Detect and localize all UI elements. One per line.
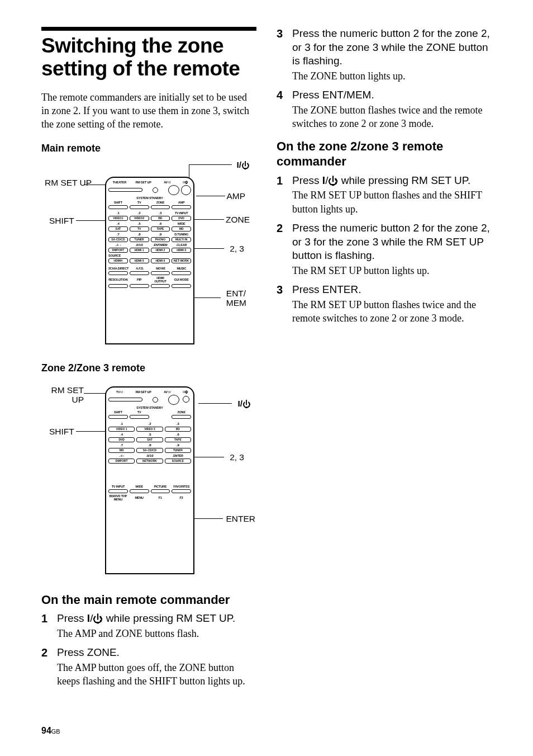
step-result: The RM SET UP button flashes and the SHI…	[292, 188, 492, 216]
intro-text: The remote commanders are initially set …	[41, 91, 256, 131]
step-instruction: Press I/ while pressing RM SET UP.	[292, 174, 492, 188]
main-remote-heading: Main remote	[41, 143, 256, 154]
label2-enter: ENTER	[226, 514, 255, 523]
step-result: The RM SET UP button flashes twice and t…	[292, 298, 492, 325]
label-shift: SHIFT	[49, 216, 74, 225]
label2-shift: SHIFT	[49, 427, 74, 436]
step-result: The AMP and ZONE buttons flash.	[57, 627, 256, 640]
main-cmd-steps-cont: 3 Press the numeric button 2 for the zon…	[277, 27, 492, 131]
page-region: GB	[51, 728, 60, 735]
step-result: The ZONE button flashes twice and the re…	[292, 103, 492, 131]
zone-remote-figure: RM SETUP SHIFT I/ 2, 3 ENTER TV I / RM S…	[41, 379, 256, 580]
zone-remote-heading: Zone 2/Zone 3 remote	[41, 362, 256, 374]
power-icon	[93, 612, 103, 624]
step-instruction: Press ENT/MEM.	[292, 88, 492, 102]
step-result: The RM SET UP button lights up.	[292, 264, 492, 277]
label-zone: ZONE	[226, 215, 250, 224]
zone-cmd-heading: On the zone 2/zone 3 remote commander	[277, 139, 492, 169]
step-instruction: Press the numeric button 2 for the zone …	[292, 221, 492, 263]
label-rmsetup: RM SET UP	[45, 178, 84, 187]
power-icon	[241, 160, 250, 169]
main-cmd-steps: 1 Press I/ while pressing RM SET UP. The…	[41, 612, 256, 688]
label-entmem: ENT/MEM	[226, 289, 246, 308]
main-remote-figure: RM SET UP SHIFT I/ AMP ZONE 2, 3 ENT/MEM	[41, 160, 256, 350]
step-instruction: Press I/ while pressing RM SET UP.	[57, 612, 256, 626]
label2-power: I/	[237, 399, 251, 408]
step-result: The ZONE button lights up.	[292, 69, 492, 83]
label-power: I/	[236, 160, 250, 169]
step-instruction: Press the numeric button 2 for the zone …	[292, 27, 492, 68]
zone-cmd-steps: 1 Press I/ while pressing RM SET UP. The…	[277, 174, 492, 325]
page-number: 94	[41, 726, 51, 735]
label-amp: AMP	[226, 191, 245, 201]
page-title: Switching the zone setting of the remote	[41, 34, 256, 81]
label2-23: 2, 3	[230, 452, 244, 462]
page-footer: 94GB	[41, 726, 60, 736]
power-icon	[242, 399, 251, 408]
main-cmd-heading: On the main remote commander	[41, 592, 256, 608]
step-result: The AMP button goes off, the ZONE button…	[57, 661, 256, 688]
power-icon	[328, 174, 338, 186]
label-23: 2, 3	[230, 244, 244, 253]
step-instruction: Press ZONE.	[57, 646, 256, 660]
step-instruction: Press ENTER.	[292, 283, 492, 297]
label2-rmsetup: RM SETUP	[45, 385, 84, 404]
section-rule	[41, 27, 256, 31]
